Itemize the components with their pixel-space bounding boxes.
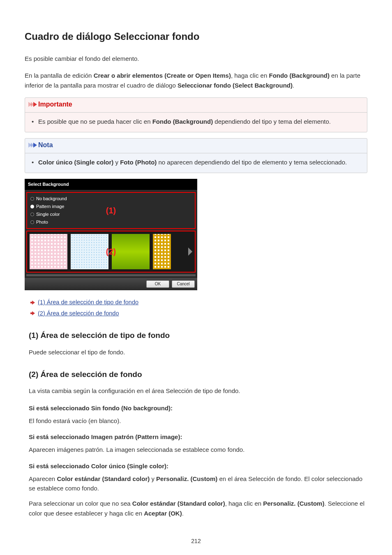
intro-paragraph: Es posible cambiar el fondo del elemento…: [25, 54, 367, 63]
link-section-1[interactable]: (1) Área de selección de tipo de fondo: [38, 298, 138, 307]
important-callout: Importante Es posible que no se pueda ha…: [25, 97, 367, 132]
select-background-dialog: Select Background No background Pattern …: [25, 179, 197, 290]
pattern-thumbnail[interactable]: [112, 234, 150, 269]
case-single-color-body-2: Para seleccionar un color que no sea Col…: [25, 499, 367, 518]
instructions-paragraph: En la pantalla de edición Crear o abrir …: [25, 71, 367, 90]
radio-no-background[interactable]: No background: [30, 195, 191, 202]
note-callout: Nota Color único (Single color) y Foto (…: [25, 138, 367, 173]
pattern-thumbnail[interactable]: [153, 234, 171, 269]
horizontal-scrollbar[interactable]: [26, 274, 196, 276]
arrow-right-icon: [30, 312, 35, 315]
important-title: Importante: [38, 99, 72, 110]
radio-photo[interactable]: Photo: [30, 219, 191, 226]
section-1-heading: (1) Área de selección de tipo de fondo: [25, 329, 367, 341]
case-single-color-title: Si está seleccionado Color único (Single…: [25, 461, 367, 471]
dialog-title: Select Background: [25, 179, 197, 190]
page-title: Cuadro de diálogo Seleccionar fondo: [25, 29, 367, 44]
scroll-right-icon[interactable]: [188, 247, 192, 256]
dialog-section-2: (2): [26, 231, 196, 273]
section-2-heading: (2) Área de selección de fondo: [25, 368, 367, 380]
pattern-thumbnail[interactable]: [71, 234, 108, 269]
ok-button[interactable]: OK: [146, 280, 169, 288]
case-single-color-body-1: Aparecen Color estándar (Standard color)…: [25, 474, 367, 493]
annotation-2: (2): [106, 245, 116, 258]
annotation-1: (1): [106, 204, 116, 217]
case-pattern-image-title: Si está seleccionado Imagen patrón (Patt…: [25, 432, 367, 442]
section-1-body: Puede seleccionar el tipo de fondo.: [25, 347, 367, 357]
important-item: Es posible que no se pueda hacer clic en…: [31, 117, 361, 126]
case-no-background-title: Si está seleccionado Sin fondo (No backg…: [25, 403, 367, 413]
cancel-button[interactable]: Cancel: [172, 280, 195, 288]
chevron-icon: [28, 102, 36, 107]
note-item: Color único (Single color) y Foto (Photo…: [31, 157, 361, 167]
section-2-body: La vista cambia según la configuración e…: [25, 386, 367, 395]
chevron-icon: [28, 143, 36, 148]
dialog-section-1: No background Pattern image Single color…: [26, 192, 196, 229]
link-section-2[interactable]: (2) Área de selección de fondo: [38, 309, 119, 318]
case-pattern-image-body: Aparecen imágenes patrón. La imagen sele…: [25, 445, 367, 454]
case-no-background-body: El fondo estará vacío (en blanco).: [25, 416, 367, 426]
page-number: 212: [25, 537, 367, 546]
pattern-thumbnail[interactable]: [30, 234, 67, 269]
arrow-right-icon: [30, 301, 35, 304]
note-title: Nota: [38, 140, 53, 150]
